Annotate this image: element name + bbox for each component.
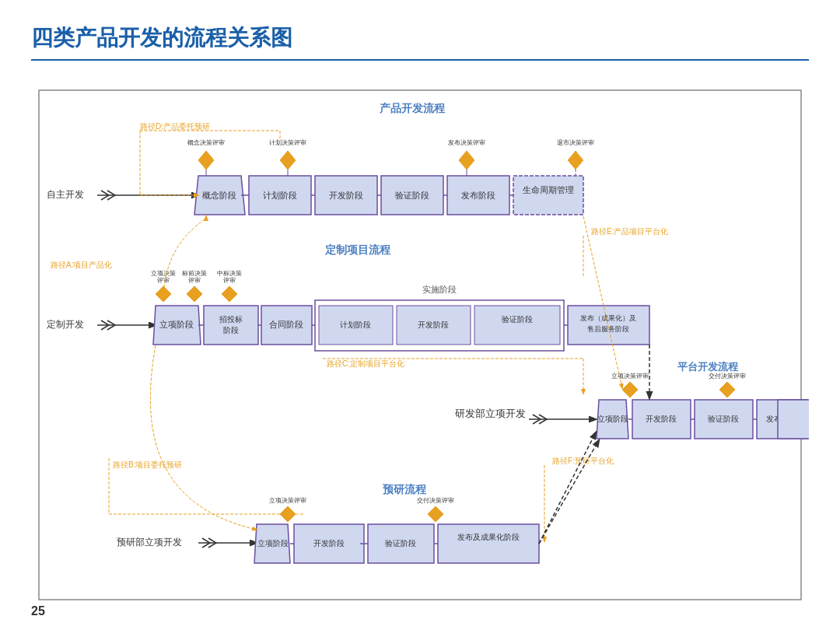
svg-marker-43 xyxy=(719,382,735,397)
diagram-container: 产品开发流程 路径D:产品委托预研 自主开发 概念决策评审 计划决策评审 发布决… xyxy=(31,75,809,611)
svg-marker-7 xyxy=(568,151,583,170)
concept-review-label: 概念决策评审 xyxy=(187,139,225,146)
page: 四类产品开发的流程关系图 产品开发流程 路径D:产品委托预研 xyxy=(0,0,840,630)
res-release-stage: 发布及成果化阶段 xyxy=(457,533,520,541)
research-flow-title: 预研流程 xyxy=(383,483,427,495)
publish-stage: 发布（成果化）及 xyxy=(580,314,636,322)
svg-line-68 xyxy=(583,216,622,388)
dev-stage2: 开发阶段 xyxy=(418,320,449,329)
lifecycle-stage: 生命周期管理 xyxy=(523,185,574,194)
pre-bid-review-label: 标前决策 xyxy=(181,270,207,277)
res-dev-stage: 开发阶段 xyxy=(313,539,345,548)
research-proj-label: 预研部立项开发 xyxy=(117,537,182,548)
path-c-label: 路径C:定制项目平台化 xyxy=(327,359,404,368)
bid-win-review-label2: 评审 xyxy=(223,277,236,284)
svg-line-67 xyxy=(539,432,596,544)
page-title: 四类产品开发的流程关系图 xyxy=(31,23,809,53)
concept-stage: 概念阶段 xyxy=(202,191,236,200)
res-proj-stage: 立项阶段 xyxy=(257,539,289,548)
verify-stage: 验证阶段 xyxy=(395,191,429,200)
project-review-label: 立项决策 xyxy=(151,270,176,277)
svg-rect-13 xyxy=(513,176,583,215)
impl-stage-title: 实施阶段 xyxy=(422,285,457,294)
plat-dev-stage: 开发阶段 xyxy=(646,415,677,423)
svg-marker-57 xyxy=(428,506,443,522)
path-b-label: 路径B:项目委托预研 xyxy=(113,460,182,469)
custom-flow-title: 定制项目流程 xyxy=(324,243,391,256)
contract-stage: 合同阶段 xyxy=(269,320,303,329)
plat-verify-stage: 验证阶段 xyxy=(708,415,739,423)
pre-bid-review-label2: 评审 xyxy=(188,277,201,284)
plan-review-label: 计划决策评审 xyxy=(269,139,306,146)
rnd-proj-label: 研发部立项开发 xyxy=(455,408,526,419)
bid-win-review-label: 中标决策 xyxy=(217,270,242,277)
proj-stage: 立项阶段 xyxy=(159,320,194,329)
plan-stage2: 计划阶段 xyxy=(340,320,371,329)
svg-rect-34 xyxy=(474,306,560,345)
res-verify-stage: 验证阶段 xyxy=(385,539,416,548)
verify-stage2: 验证阶段 xyxy=(502,315,533,324)
plat-proj-review: 立项决策评审 xyxy=(611,373,649,380)
platform-flow-title: 平台开发流程 xyxy=(677,361,739,373)
res-proj-review: 立项决策评审 xyxy=(269,497,306,504)
dev-stage: 开发阶段 xyxy=(329,191,363,200)
release-review-label: 发布决策评审 xyxy=(448,139,485,146)
svg-marker-26 xyxy=(187,286,202,302)
plan-stage: 计划阶段 xyxy=(263,191,297,200)
svg-marker-42 xyxy=(622,382,638,397)
title-underline xyxy=(31,59,809,61)
path-d-label: 路径D:产品委托预研 xyxy=(140,122,210,131)
svg-marker-56 xyxy=(280,506,296,522)
self-dev-label: 自主开发 xyxy=(47,189,84,200)
res-deliver-review: 交付决策评审 xyxy=(417,497,454,504)
diagram-svg: 产品开发流程 路径D:产品委托预研 自主开发 概念决策评审 计划决策评审 发布决… xyxy=(31,75,809,611)
plat-deliver-review: 交付决策评审 xyxy=(709,373,746,380)
svg-marker-4 xyxy=(198,151,214,170)
plat-proj-stage: 立项阶段 xyxy=(597,415,628,423)
svg-rect-52 xyxy=(778,400,809,439)
bid-stage2: 阶段 xyxy=(223,326,239,334)
svg-marker-5 xyxy=(280,151,296,170)
path-e-label: 路径E:产品项目平台化 xyxy=(591,227,668,236)
bid-stage: 招投标 xyxy=(219,315,243,324)
svg-marker-27 xyxy=(222,286,237,302)
custom-dev-label: 定制开发 xyxy=(47,319,84,330)
svg-line-72 xyxy=(539,440,599,544)
page-number: 25 xyxy=(31,604,45,618)
svg-rect-29 xyxy=(204,306,258,345)
product-flow-title: 产品开发流程 xyxy=(380,102,446,114)
path-a-label: 路径A:项目产品化 xyxy=(51,261,112,269)
svg-rect-62 xyxy=(438,524,539,563)
retire-review-label: 退市决策评审 xyxy=(557,139,594,146)
project-review-label2: 评审 xyxy=(157,277,170,284)
svg-marker-6 xyxy=(459,151,474,170)
release-stage: 发布阶段 xyxy=(461,191,495,200)
